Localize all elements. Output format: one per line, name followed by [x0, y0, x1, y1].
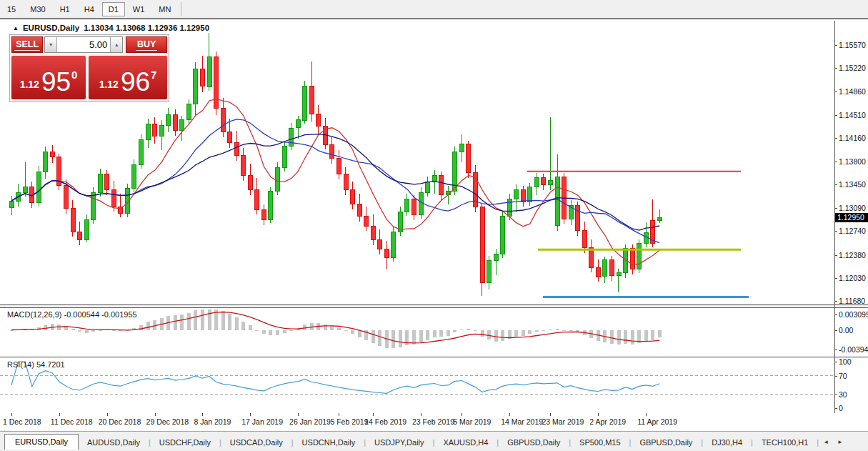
rsi-label: RSI(14) 54.7201: [7, 360, 65, 369]
axis-label: 1.12030: [839, 274, 866, 282]
panel-splitter[interactable]: [0, 305, 868, 307]
price-chart-panel[interactable]: ▲ EURUSD,Daily 1.13034 1.13068 1.12936 1…: [0, 21, 868, 305]
date-tick: [202, 413, 203, 416]
axis-label: 0.00: [839, 326, 853, 334]
date-axis: 1 Dec 201811 Dec 201820 Dec 201829 Dec 2…: [0, 413, 868, 430]
buy-price-display[interactable]: 1.12 96 7: [89, 56, 167, 99]
date-label: 23 Feb 2019: [412, 417, 454, 426]
date-label: 26 Jan 2019: [289, 417, 331, 426]
date-label: 8 Jan 2019: [194, 417, 231, 426]
chart-tab-usdcad-daily[interactable]: USDCAD,Daily: [221, 435, 291, 450]
chart-title-ohlc: 1.13034 1.13068 1.12936 1.12950: [84, 24, 209, 32]
chart-title: ▲ EURUSD,Daily 1.13034 1.13068 1.12936 1…: [13, 24, 209, 32]
date-label: 5 Feb 2019: [330, 417, 368, 426]
date-label: 5 Mar 2019: [453, 417, 491, 426]
date-tick: [59, 413, 60, 416]
volume-input[interactable]: 5.00: [57, 37, 110, 52]
sell-price-display[interactable]: 1.12 95 0: [11, 56, 86, 99]
date-tick: [646, 413, 647, 416]
chevron-up-icon: ▲: [114, 42, 119, 47]
axis-label: 1.15220: [839, 64, 866, 72]
date-label: 11 Dec 2018: [51, 417, 93, 426]
axis-label: 1.14160: [839, 134, 866, 142]
mt4-window: 15M30H1H4D1W1MN ▲ EURUSD,Daily 1.13034 1…: [0, 0, 868, 451]
timeframe-button-h1[interactable]: H1: [54, 2, 76, 16]
chart-window: ▲ EURUSD,Daily 1.13034 1.13068 1.12936 1…: [0, 19, 868, 451]
sell-button[interactable]: SELL: [11, 36, 43, 53]
date-label: 14 Mar 2019: [501, 417, 543, 426]
timeframe-button-w1[interactable]: W1: [126, 2, 151, 16]
date-tick: [421, 413, 421, 416]
date-label: 11 Apr 2019: [637, 417, 677, 426]
axis-label: 100: [839, 357, 852, 366]
current-price-label: 1.12950: [835, 213, 868, 222]
chart-title-symbol: EURUSD,Daily: [23, 24, 79, 32]
date-tick: [298, 413, 299, 416]
toolbar-separator: [181, 2, 181, 16]
axis-label: 1.13450: [839, 180, 866, 189]
timeframe-toolbar: 15M30H1H4D1W1MN: [0, 0, 868, 19]
axis-label: 1.13090: [839, 204, 866, 212]
chart-tab-usdchf-daily[interactable]: USDCHF,Daily: [151, 435, 219, 450]
timeframe-button-15[interactable]: 15: [1, 2, 22, 16]
timeframe-button-d1[interactable]: D1: [102, 2, 125, 16]
macd-panel[interactable]: MACD(12,26,9) -0.000544 -0.001955 0.0030…: [0, 307, 868, 357]
buy-button[interactable]: BUY: [126, 36, 167, 53]
date-tick: [155, 413, 156, 416]
date-label: 17 Jan 2019: [241, 417, 283, 426]
date-label: 14 Feb 2019: [364, 417, 406, 426]
volume-stepper: ▼ 5.00 ▲: [44, 36, 123, 53]
date-tick: [373, 413, 374, 416]
date-tick: [107, 413, 108, 416]
axis-label: 1.14510: [839, 111, 866, 119]
axis-label: 0.003095: [839, 310, 868, 319]
chart-tab-usdcnh-daily[interactable]: USDCNH,Daily: [294, 435, 364, 450]
chart-tab-xauusd-h4[interactable]: XAUUSD,H4: [434, 435, 497, 450]
chart-tab-gbpusd-daily[interactable]: GBPUSD,Daily: [631, 435, 701, 450]
one-click-trading-panel: SELL ▼ 5.00 ▲ BUY: [9, 34, 169, 102]
volume-decrease-button[interactable]: ▼: [45, 37, 57, 52]
axis-label: 1.11680: [839, 297, 865, 305]
date-label: 1 Dec 2018: [3, 417, 41, 426]
axis-label: 0: [839, 404, 843, 412]
chart-tab-eurusd-daily[interactable]: EURUSD,Daily: [4, 434, 79, 450]
date-tick: [250, 413, 251, 416]
date-tick: [11, 413, 12, 416]
axis-label: 1.14860: [839, 87, 866, 96]
chevron-down-icon: ▼: [49, 42, 54, 47]
axis-label: 1.13800: [839, 157, 866, 166]
date-tick: [462, 413, 462, 416]
rsi-chart[interactable]: [0, 358, 834, 412]
date-tick: [550, 413, 551, 416]
chart-tab-sp500-m15[interactable]: SP500,M15: [571, 435, 629, 450]
axis-label: 1.15570: [839, 41, 866, 49]
date-tick: [509, 413, 510, 416]
macd-label: MACD(12,26,9) -0.000544 -0.001955: [7, 310, 137, 319]
chart-tab-bar: EURUSD,DailyAUDUSD,Daily|USDCHF,Daily|US…: [0, 431, 868, 450]
timeframe-button-mn[interactable]: MN: [152, 2, 177, 16]
date-label: 2 Apr 2019: [589, 417, 626, 426]
tabs-scroll-left-button[interactable]: ◄: [819, 435, 833, 450]
chart-tab-gbpusd-daily[interactable]: GBPUSD,Daily: [499, 435, 569, 450]
chart-tab-audusd-daily[interactable]: AUDUSD,Daily: [79, 435, 149, 450]
chart-tab-tech100-h1[interactable]: TECH100,H1: [753, 435, 817, 450]
date-label: 23 Mar 2019: [542, 417, 584, 426]
chart-tab-dj30-h4[interactable]: DJ30,H4: [703, 435, 751, 450]
timeframe-button-h4[interactable]: H4: [78, 2, 101, 16]
rsi-panel[interactable]: RSI(14) 54.7201 10070300: [0, 358, 868, 414]
axis-label: 1.12740: [839, 227, 866, 235]
chart-tab-usdjpy-daily[interactable]: USDJPY,Daily: [366, 435, 433, 450]
date-label: 29 Dec 2018: [146, 417, 189, 426]
axis-label: 1.12380: [839, 251, 866, 259]
volume-increase-button[interactable]: ▲: [110, 37, 122, 52]
tabs-scroll-right-button[interactable]: ►: [833, 435, 847, 450]
axis-label: 70: [839, 372, 847, 380]
timeframe-button-m30[interactable]: M30: [24, 2, 51, 16]
date-tick: [598, 413, 599, 416]
axis-label: -0.003947: [839, 345, 868, 354]
date-label: 20 Dec 2018: [99, 417, 141, 426]
chart-collapse-triangle-icon[interactable]: ▲: [13, 25, 19, 31]
axis-label: 30: [839, 390, 847, 399]
date-tick: [339, 413, 339, 416]
